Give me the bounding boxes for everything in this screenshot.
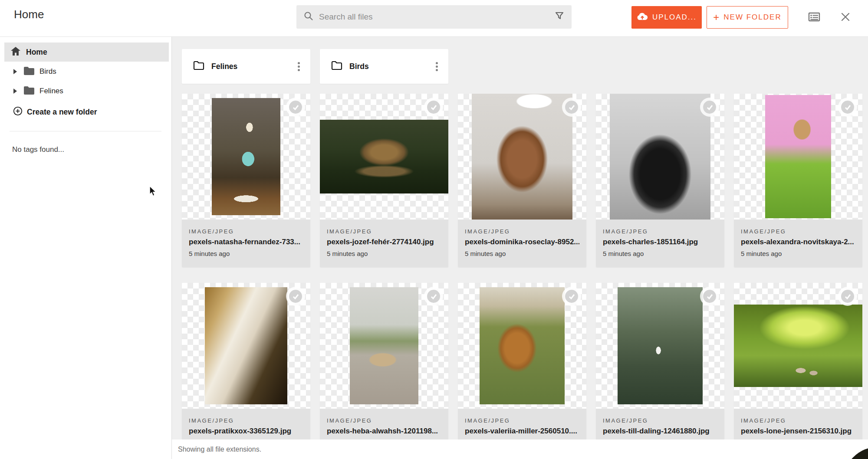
select-checkbox[interactable] [562,98,581,117]
check-icon [841,290,854,303]
select-checkbox[interactable] [562,287,581,306]
check-icon [427,290,440,303]
top-bar: Home UPLOAD... + NEW FOLDER [0,0,868,37]
select-checkbox[interactable] [700,287,719,306]
check-icon [703,290,716,303]
search-input[interactable] [319,12,554,22]
file-type: IMAGE/JPEG [603,228,717,235]
expand-caret-icon[interactable] [13,69,17,74]
search-bar [296,5,572,29]
file-photo [480,287,565,404]
select-checkbox[interactable] [286,98,305,117]
file-time: 5 minutes ago [741,250,855,257]
sidebar-item-felines[interactable]: Felines [0,82,172,101]
sidebar-felines-label: Felines [39,87,63,95]
folder-card-birds[interactable]: Birds [320,49,448,84]
file-type: IMAGE/JPEG [465,228,579,235]
file-name: pexels-lone-jensen-2156310.jpg [741,427,855,436]
file-name: pexels-valeriia-miller-2560510.... [465,427,579,436]
select-checkbox[interactable] [838,98,857,117]
folder-name: Birds [349,62,436,71]
sidebar-item-birds[interactable]: Birds [0,62,172,81]
folder-name: Felines [211,62,298,71]
file-name: pexels-till-daling-12461880.jpg [603,427,717,436]
file-card[interactable]: IMAGE/JPEG pexels-charles-1851164.jpg 5 … [596,94,724,267]
check-icon [841,101,854,114]
file-type: IMAGE/JPEG [327,417,441,424]
file-thumbnail [734,283,862,409]
close-button[interactable] [837,9,854,26]
file-photo [472,94,572,220]
check-icon [289,101,302,114]
sidebar-item-home[interactable]: Home [4,43,169,62]
file-type: IMAGE/JPEG [327,228,441,235]
file-grid-row: IMAGE/JPEG pexels-pratikxox-3365129.jpg … [182,283,862,456]
select-checkbox[interactable] [424,98,443,117]
new-folder-button[interactable]: + NEW FOLDER [707,6,788,29]
file-card[interactable]: IMAGE/JPEG pexels-jozef-fehér-2774140.jp… [320,94,448,267]
file-type: IMAGE/JPEG [189,228,303,235]
folder-card-felines[interactable]: Felines [182,49,310,84]
sidebar-home-label: Home [26,48,47,57]
sidebar: Home Birds Felines Create a new folder N… [0,37,172,459]
search-icon [303,11,314,23]
file-photo [734,305,862,387]
file-thumbnail [320,94,448,220]
kebab-menu-icon[interactable] [436,66,438,68]
file-card[interactable]: IMAGE/JPEG pexels-valeriia-miller-256051… [458,283,586,456]
file-time: 5 minutes ago [327,250,441,257]
file-info: IMAGE/JPEG pexels-jozef-fehér-2774140.jp… [320,220,448,267]
folder-outline-icon [193,61,204,72]
file-thumbnail [596,283,724,409]
file-name: pexels-dominika-roseclay-8952... [465,238,579,246]
select-checkbox[interactable] [424,287,443,306]
file-name: pexels-charles-1851164.jpg [603,238,717,246]
select-checkbox[interactable] [286,287,305,306]
new-folder-button-label: NEW FOLDER [723,13,781,22]
file-photo [350,287,418,404]
file-info: IMAGE/JPEG pexels-dominika-roseclay-8952… [458,220,586,267]
check-icon [427,101,440,114]
circle-plus-icon [0,106,23,118]
file-card[interactable]: IMAGE/JPEG pexels-dominika-roseclay-8952… [458,94,586,267]
file-grid-row: IMAGE/JPEG pexels-natasha-fernandez-733.… [182,94,862,267]
select-checkbox[interactable] [700,98,719,117]
file-info: IMAGE/JPEG pexels-charles-1851164.jpg 5 … [596,220,724,267]
folder-outline-icon [331,61,342,72]
file-card[interactable]: IMAGE/JPEG pexels-pratikxox-3365129.jpg … [182,283,310,456]
file-card[interactable]: IMAGE/JPEG pexels-heba-alwahsh-1201198..… [320,283,448,456]
page-title: Home [14,8,44,21]
cloud-upload-icon [637,12,652,23]
file-card[interactable]: IMAGE/JPEG pexels-natasha-fernandez-733.… [182,94,310,267]
create-new-folder-button[interactable]: Create a new folder [0,102,172,121]
file-photo [610,94,710,220]
file-thumbnail [596,94,724,220]
file-thumbnail [182,94,310,220]
list-view-icon [808,12,820,24]
file-card[interactable]: IMAGE/JPEG pexels-alexandra-novitskaya-2… [734,94,862,267]
file-info: IMAGE/JPEG pexels-natasha-fernandez-733.… [182,220,310,267]
file-card[interactable]: IMAGE/JPEG pexels-lone-jensen-2156310.jp… [734,283,862,456]
file-photo [205,287,287,404]
check-icon [565,101,578,114]
select-checkbox[interactable] [838,287,857,306]
kebab-menu-icon[interactable] [298,66,300,68]
folder-icon [17,86,35,97]
filter-icon[interactable] [554,11,565,23]
file-photo [618,287,703,404]
upload-button[interactable]: UPLOAD... [631,6,702,29]
file-type: IMAGE/JPEG [741,228,855,235]
file-name: pexels-natasha-fernandez-733... [189,238,303,246]
upload-button-label: UPLOAD... [652,13,697,22]
file-type: IMAGE/JPEG [603,417,717,424]
check-icon [703,101,716,114]
file-thumbnail [458,94,586,220]
expand-caret-icon[interactable] [13,89,17,94]
plus-icon: + [713,11,719,23]
folder-icon [17,66,35,77]
create-new-folder-label: Create a new folder [27,108,97,117]
file-photo [212,98,280,215]
file-info: IMAGE/JPEG pexels-alexandra-novitskaya-2… [734,220,862,267]
list-view-toggle-button[interactable] [806,9,823,26]
file-card[interactable]: IMAGE/JPEG pexels-till-daling-12461880.j… [596,283,724,456]
